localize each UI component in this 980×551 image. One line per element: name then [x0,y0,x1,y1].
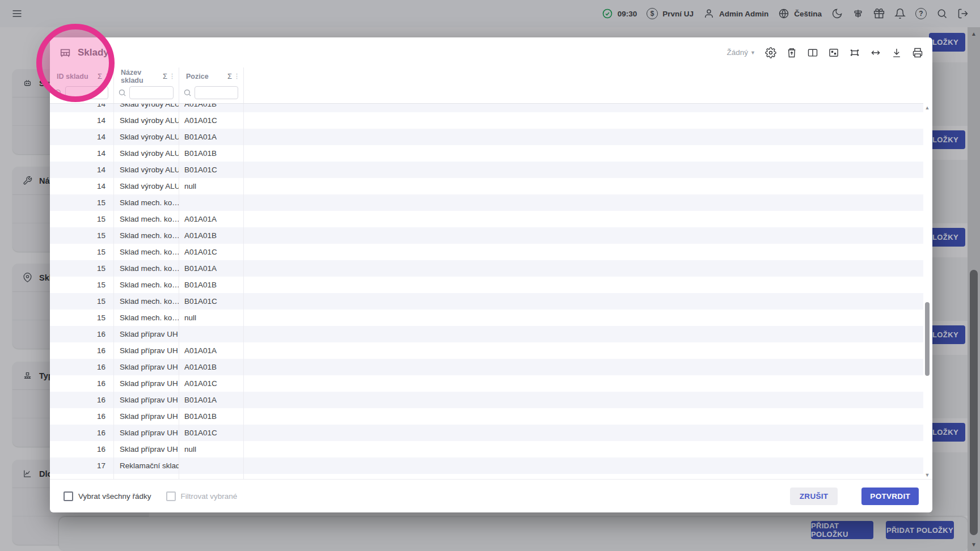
cell-pozice: A01A01C [179,244,244,260]
cell-nazev-skladu: Sklad příprav UH [114,326,179,342]
table-row[interactable]: 16 Sklad příprav UH A01A01B [50,359,923,375]
column-header-empty [244,67,923,85]
table-row[interactable]: 16 Sklad příprav UH [50,326,923,342]
table-header-row: ID skladu Σ⋮ Název skladu Σ⋮ Pozice Σ⋮ [50,67,923,85]
cell-empty [244,277,923,293]
table-row[interactable]: 15 Sklad mech. ko… A01A01B [50,227,923,244]
print-icon[interactable] [912,47,923,58]
column-menu-icon[interactable]: ⋮ [104,73,110,80]
cell-id-skladu: 16 [50,441,114,457]
table-row[interactable]: 15 Sklad mech. ko… B01A01A [50,260,923,277]
cell-id-skladu: 15 [50,277,114,293]
cell-empty [244,211,923,227]
select-all-checkbox[interactable] [64,491,73,501]
cell-empty [244,244,923,260]
table-row[interactable]: 15 Sklad mech. ko… B01A01C [50,293,923,310]
select-all-rows[interactable]: Vybrat všechny řádky [64,491,151,501]
cell-id-skladu: 16 [50,408,114,425]
column-menu-icon[interactable]: ⋮ [169,73,175,80]
cell-empty [244,145,923,162]
cell-pozice: B01A01C [179,425,244,441]
cell-empty [244,162,923,178]
table-row[interactable]: 16 Sklad příprav UH A01A01C [50,375,923,392]
cell-id-skladu: 16 [50,392,114,408]
filter-input-id-skladu[interactable] [65,86,108,99]
expand-horizontal-icon[interactable] [870,47,881,58]
table-row[interactable]: 14 Sklad výroby ALU B01A01A [50,129,923,145]
table-row[interactable]: 17 Reklamační sklad null [50,474,923,479]
table-scrollbar[interactable]: ▲ ▼ [923,104,931,479]
table-row[interactable]: 14 Sklad výroby ALU null [50,178,923,194]
cell-empty [244,441,923,457]
table-row[interactable]: 15 Sklad mech. ko… [50,194,923,211]
sigma-icon[interactable]: Σ [227,72,232,80]
aggregation-select[interactable]: Žádný ▼ [727,48,755,57]
table-scrollbar-thumb[interactable] [925,302,930,376]
cell-pozice: B01A01C [179,162,244,178]
download-icon[interactable] [891,47,902,58]
sigma-icon[interactable]: Σ [98,72,102,80]
cell-id-skladu: 14 [50,112,114,129]
cell-nazev-skladu: Sklad mech. ko… [114,293,179,310]
cell-pozice: A01A01A [179,342,244,359]
column-header-pozice[interactable]: Pozice Σ⋮ [179,67,244,85]
cell-id-skladu: 16 [50,342,114,359]
table-row[interactable]: 14 Sklad výroby ALU A01A01B [50,104,923,112]
table-row[interactable]: 16 Sklad příprav UH null [50,441,923,457]
table-row[interactable]: 14 Sklad výroby ALU B01A01C [50,162,923,178]
cell-empty [244,342,923,359]
sklady-dialog: Sklady Žádný ▼ [50,37,932,512]
search-icon [54,88,62,97]
cell-id-skladu: 17 [50,474,114,479]
cell-pozice [179,194,244,211]
cell-pozice: A01A01A [179,211,244,227]
cell-nazev-skladu: Sklad příprav UH [114,359,179,375]
dialog-header: Sklady Žádný ▼ [50,37,932,67]
filter-selected-checkbox [166,491,176,501]
split-columns-icon[interactable] [807,47,818,58]
scroll-down-arrow[interactable]: ▼ [923,472,931,478]
cell-pozice: A01A01C [179,112,244,129]
scroll-up-arrow[interactable]: ▲ [923,105,931,111]
select-area-icon[interactable] [849,47,860,58]
cell-empty [244,293,923,310]
cancel-button[interactable]: ZRUŠIT [790,488,838,505]
cell-nazev-skladu: Reklamační sklad [114,474,179,479]
column-menu-icon[interactable]: ⋮ [234,73,240,80]
table-row[interactable]: 15 Sklad mech. ko… null [50,310,923,326]
table-row[interactable]: 16 Sklad příprav UH B01A01A [50,392,923,408]
dialog-title: Sklady [78,47,109,58]
sigma-icon[interactable]: Σ [163,72,167,80]
table-row[interactable]: 14 Sklad výroby ALU A01A01C [50,112,923,129]
cell-empty [244,326,923,342]
filter-input-nazev-skladu[interactable] [129,86,174,99]
cell-nazev-skladu: Sklad výroby ALU [114,145,179,162]
cell-empty [244,227,923,244]
cell-nazev-skladu: Sklad mech. ko… [114,260,179,277]
table-row[interactable]: 17 Reklamační sklad [50,457,923,474]
table-row[interactable]: 15 Sklad mech. ko… A01A01C [50,244,923,260]
cell-nazev-skladu: Sklad výroby ALU [114,104,179,112]
column-header-id-skladu[interactable]: ID skladu Σ⋮ [50,67,114,85]
table-row[interactable]: 16 Sklad příprav UH B01A01B [50,408,923,425]
cell-pozice [179,326,244,342]
table-row[interactable]: 15 Sklad mech. ko… A01A01A [50,211,923,227]
cell-id-skladu: 14 [50,145,114,162]
cell-nazev-skladu: Sklad mech. ko… [114,194,179,211]
confirm-button[interactable]: POTVRDIT [861,488,919,505]
cell-pozice: B01A01A [179,392,244,408]
image-icon[interactable] [828,47,839,58]
column-header-nazev-skladu[interactable]: Název skladu Σ⋮ [114,67,179,85]
gear-icon[interactable] [765,47,776,58]
table-row[interactable]: 14 Sklad výroby ALU B01A01B [50,145,923,162]
cell-nazev-skladu: Sklad příprav UH [114,408,179,425]
table-body[interactable]: 14 Sklad výroby ALU A01A01B 14 Sklad výr… [50,104,923,479]
table-row[interactable]: 16 Sklad příprav UH B01A01C [50,425,923,441]
cell-id-skladu: 15 [50,293,114,310]
table-row[interactable]: 16 Sklad příprav UH A01A01A [50,342,923,359]
table-row[interactable]: 15 Sklad mech. ko… B01A01B [50,277,923,293]
search-icon [183,88,192,97]
cell-id-skladu: 15 [50,227,114,244]
delete-icon[interactable] [786,47,797,58]
filter-input-pozice[interactable] [195,86,238,99]
